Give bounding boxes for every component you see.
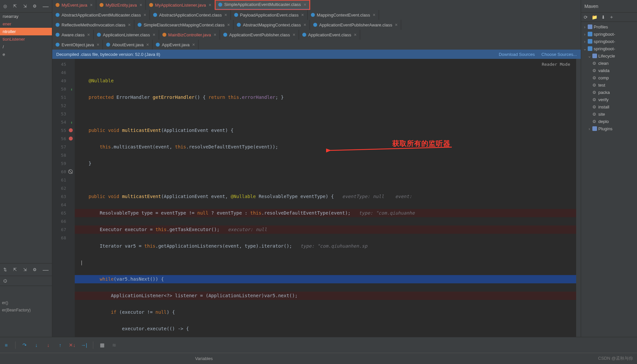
structure-item[interactable]: er(BeanFactory): [0, 306, 52, 314]
collapse-icon[interactable]: ⇲: [23, 267, 28, 272]
breakpoint-icon[interactable]: [69, 128, 73, 132]
target-icon[interactable]: ◎: [3, 4, 9, 9]
step-over-icon[interactable]: ↷: [21, 342, 27, 348]
close-icon[interactable]: ×: [224, 12, 227, 18]
close-icon[interactable]: ×: [90, 2, 93, 8]
collapse-icon[interactable]: ⇲: [23, 4, 28, 9]
expand-icon[interactable]: ⇱: [13, 267, 19, 272]
editor-tab[interactable]: ReflectiveMethodInvocation.class×: [52, 20, 134, 30]
choose-sources-link[interactable]: Choose Sources...: [541, 52, 577, 57]
close-icon[interactable]: ×: [227, 22, 230, 27]
step-out-icon[interactable]: ↑: [57, 342, 63, 348]
editor-tab[interactable]: AboutEvent.java×: [103, 40, 152, 50]
editor-tab[interactable]: AbstractMappingContext.class×: [234, 20, 310, 30]
editor-tab[interactable]: ApplicationListener.class×: [94, 30, 159, 40]
project-item[interactable]: tionListener: [0, 35, 52, 43]
close-icon[interactable]: ×: [304, 22, 306, 27]
class-file-icon: [313, 23, 317, 27]
force-step-into-icon[interactable]: ↓: [45, 342, 51, 348]
step-into-icon[interactable]: ↓: [33, 342, 39, 348]
close-icon[interactable]: ×: [146, 42, 149, 47]
tree-node-plugins[interactable]: ›Plugins: [583, 125, 637, 132]
close-icon[interactable]: ×: [293, 32, 295, 37]
close-icon[interactable]: ×: [128, 22, 131, 27]
project-item[interactable]: ener: [0, 20, 52, 28]
close-icon[interactable]: ×: [301, 12, 304, 18]
close-icon[interactable]: ×: [192, 42, 195, 47]
editor-tab[interactable]: MainBizController.java×: [159, 30, 220, 40]
editor-tab[interactable]: AbstractApplicationEventMulticaster.clas…: [52, 10, 150, 20]
editor-tab[interactable]: ApplicationEventPublisherAware.class×: [310, 20, 401, 30]
close-icon[interactable]: ×: [97, 42, 99, 47]
project-item[interactable]: /: [0, 43, 52, 51]
gear-icon[interactable]: ⚙: [33, 267, 38, 272]
no-step-icon[interactable]: [68, 169, 73, 174]
close-icon[interactable]: ×: [87, 32, 90, 37]
lifecycle-goal[interactable]: clean: [583, 60, 637, 67]
lifecycle-goal[interactable]: verify: [583, 96, 637, 103]
lifecycle-goal[interactable]: site: [583, 110, 637, 118]
tree-node-profiles[interactable]: ›Profiles: [583, 23, 637, 30]
drop-frame-icon[interactable]: ✕↓: [69, 342, 75, 348]
code-content[interactable]: Reader Mode @Nullable protected ErrorHan…: [75, 59, 576, 337]
maven-toolbar: ⟳ 📁 ⬇ ＋: [581, 13, 637, 22]
close-icon[interactable]: ×: [209, 2, 211, 8]
lifecycle-goal[interactable]: test: [583, 81, 637, 89]
lifecycle-goal[interactable]: deplo: [583, 118, 637, 125]
editor-scrollbar[interactable]: [576, 59, 581, 337]
close-icon[interactable]: ×: [144, 12, 146, 18]
show-execution-icon[interactable]: ≡: [3, 342, 9, 348]
editor-tab[interactable]: EventObject.java×: [52, 40, 103, 50]
lifecycle-goal[interactable]: packa: [583, 89, 637, 96]
editor-tab[interactable]: MyBizEntity.java×: [96, 0, 146, 10]
editor-tab[interactable]: SimpleApplicationEventMulticaster.class×: [215, 0, 310, 10]
add-icon[interactable]: ＋: [609, 14, 614, 20]
editor-tab[interactable]: MappingContextEvent.class×: [308, 10, 379, 20]
close-icon[interactable]: ×: [140, 2, 142, 8]
close-icon[interactable]: ×: [214, 32, 216, 37]
status-bar: Variables: [0, 353, 637, 364]
editor-tab[interactable]: Aware.class×: [52, 30, 94, 40]
close-icon[interactable]: ×: [152, 32, 155, 37]
minimize-icon[interactable]: —: [43, 267, 49, 273]
close-icon[interactable]: ×: [373, 12, 375, 18]
expand-icon[interactable]: ⇱: [13, 4, 19, 9]
lifecycle-goal[interactable]: valida: [583, 67, 637, 74]
project-item[interactable]: rsearray: [0, 13, 52, 20]
lifecycle-goal[interactable]: install: [583, 103, 637, 110]
close-icon[interactable]: ×: [395, 22, 398, 27]
tree-node-lifecycle[interactable]: ⌄Lifecycle: [583, 52, 637, 60]
tree-icon[interactable]: ⌬: [3, 278, 9, 284]
tree-node-module[interactable]: ›springboot-: [583, 30, 637, 38]
editor-tab[interactable]: ApplicationEventPublisher.class×: [220, 30, 299, 40]
project-item-selected[interactable]: ntroller: [0, 28, 52, 35]
editor-tab[interactable]: SimpleElasticsearchMappingContext.class×: [134, 20, 234, 30]
project-item[interactable]: e: [0, 51, 52, 58]
editor-tab[interactable]: MyEvent.java×: [52, 0, 96, 10]
gear-icon[interactable]: ⚙: [33, 4, 38, 9]
download-sources-link[interactable]: Download Sources: [499, 52, 535, 57]
refresh-icon[interactable]: ⟳: [584, 15, 588, 20]
editor-tab[interactable]: AbstractApplicationContext.class×: [150, 10, 231, 20]
structure-item[interactable]: er(): [0, 299, 52, 306]
editor-tab[interactable]: ApplicationEvent.class×: [299, 30, 360, 40]
class-file-icon: [237, 23, 241, 27]
folder-icon[interactable]: 📁: [592, 15, 597, 20]
close-icon[interactable]: ×: [354, 32, 357, 37]
evaluate-icon[interactable]: ▦: [99, 342, 105, 348]
editor-tab[interactable]: PayloadApplicationEvent.class×: [231, 10, 308, 20]
tree-node-module[interactable]: ⌄springboot-: [583, 45, 637, 52]
editor-tab[interactable]: MyApplicationListener.java×: [146, 0, 215, 10]
trace-icon[interactable]: ≋: [111, 342, 117, 348]
minimize-icon[interactable]: —: [43, 3, 49, 9]
editor-tab[interactable]: AppEvent.java×: [152, 40, 198, 50]
breakpoint-icon[interactable]: [69, 137, 73, 141]
reader-mode-label[interactable]: Reader Mode: [542, 60, 570, 68]
run-to-cursor-icon[interactable]: →|: [81, 342, 87, 348]
download-icon[interactable]: ⬇: [601, 15, 605, 20]
close-icon[interactable]: ×: [304, 2, 306, 7]
lifecycle-goal[interactable]: comp: [583, 74, 637, 81]
tree-node-module[interactable]: ›springboot-: [583, 38, 637, 45]
sort-icon[interactable]: ⇅: [3, 267, 9, 272]
code-editor[interactable]: 45 46 49 50 51 52 53 54 55 56 57 58 59 6…: [52, 59, 581, 337]
